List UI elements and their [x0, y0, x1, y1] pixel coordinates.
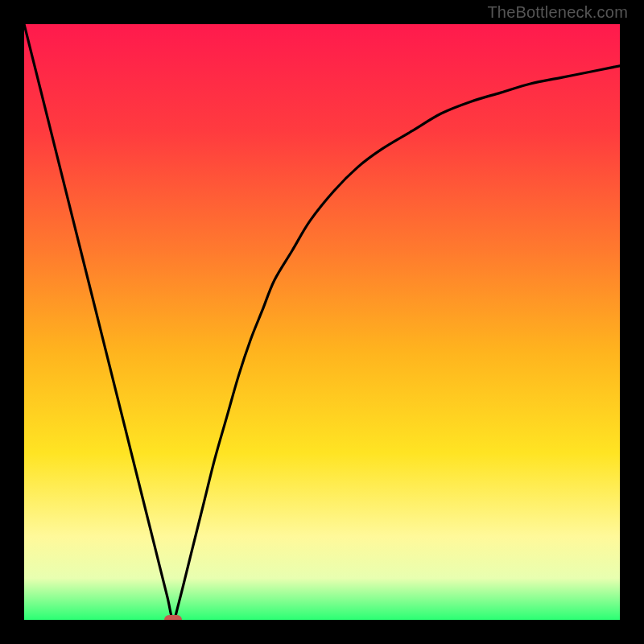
bottleneck-curve	[24, 24, 620, 620]
min-point-marker	[164, 615, 182, 620]
attribution-text: TheBottleneck.com	[487, 3, 628, 22]
plot-area	[24, 24, 620, 620]
chart-frame: TheBottleneck.com	[0, 0, 644, 644]
